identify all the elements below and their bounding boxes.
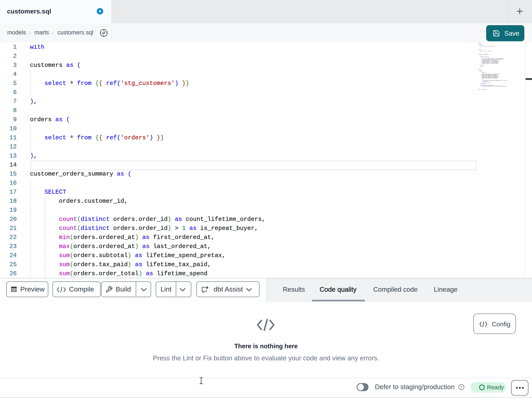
svg-text:?: ?: [460, 385, 462, 389]
